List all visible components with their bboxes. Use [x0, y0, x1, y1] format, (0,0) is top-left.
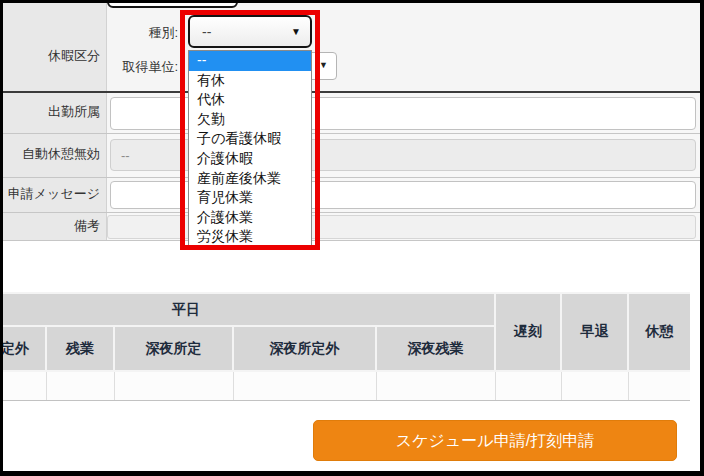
label-auto-break-disable: 自動休憩無効: [6, 146, 100, 162]
table-group-header-weekday: 平日: [3, 293, 495, 326]
table-row: [3, 371, 690, 401]
label-type: 種別:: [120, 25, 178, 41]
type-dropdown-list: -- 有休 代休 欠勤 子の看護休暇 介護休暇 産前産後休業 育児休業 介護休業…: [188, 50, 312, 248]
frame-edge: [0, 0, 3, 476]
dropdown-option[interactable]: 有休: [189, 71, 311, 91]
frame-edge: [0, 471, 704, 476]
label-unit: 取得単位:: [108, 59, 178, 75]
table-cell: [628, 371, 690, 401]
table-cell: [3, 371, 46, 401]
dropdown-arrow-icon: ▼: [319, 60, 328, 70]
row-divider-dark: [3, 91, 700, 93]
dropdown-option[interactable]: 代休: [189, 90, 311, 110]
table-cell: [46, 371, 114, 401]
dropdown-option[interactable]: 介護休暇: [189, 149, 311, 169]
row-divider: [3, 240, 700, 241]
table-header-night-overtime: 深夜残業: [376, 326, 495, 371]
table-header-night-scheduled: 深夜所定: [114, 326, 233, 371]
label-request-message: 申請メッセージ: [6, 186, 100, 202]
type-select-value: --: [202, 24, 211, 40]
row-divider: [3, 177, 700, 178]
row-divider: [3, 212, 700, 213]
table-header-overtime: 残業: [46, 326, 114, 371]
frame-edge: [0, 0, 704, 3]
label-attendance-group: 出勤所属: [6, 104, 100, 120]
table-header-night-nonscheduled: 深夜所定外: [233, 326, 376, 371]
table-cell: [114, 371, 233, 401]
schedule-apply-button[interactable]: スケジュール申請/打刻申請: [313, 420, 677, 461]
summary-table: 平日 遅刻 早退 休憩 定外 残業 深夜所定 深夜所定外 深夜残業: [3, 292, 690, 401]
table-header-early-leave: 早退: [561, 293, 628, 371]
table-cell: [376, 371, 495, 401]
table-cell: [495, 371, 561, 401]
dropdown-option[interactable]: 育児休業: [189, 188, 311, 208]
row-divider: [3, 133, 700, 134]
type-select[interactable]: -- ▼: [188, 15, 312, 48]
table-cell: [561, 371, 628, 401]
label-vacation-category: 休暇区分: [6, 48, 100, 64]
screenshot-frame: 休暇区分 出勤所属 自動休憩無効 申請メッセージ 備考 種別: 取得単位: ▼ …: [0, 0, 704, 476]
table-header-late: 遅刻: [495, 293, 561, 371]
frame-edge: [700, 0, 704, 476]
form-label-column: [3, 3, 107, 241]
dropdown-option[interactable]: 労災休業: [189, 227, 311, 247]
table-header-break: 休憩: [628, 293, 690, 371]
summary-table-clip: 平日 遅刻 早退 休憩 定外 残業 深夜所定 深夜所定外 深夜残業: [3, 292, 690, 402]
dropdown-arrow-icon: ▼: [291, 26, 301, 37]
dropdown-option[interactable]: 欠勤: [189, 110, 311, 130]
dropdown-option[interactable]: --: [189, 51, 311, 71]
table-header-nonscheduled: 定外: [3, 326, 46, 371]
dropdown-option[interactable]: 介護休業: [189, 208, 311, 228]
table-cell: [233, 371, 376, 401]
label-remarks: 備考: [6, 218, 100, 234]
dropdown-option[interactable]: 子の看護休暇: [189, 129, 311, 149]
dropdown-option[interactable]: 産前産後休業: [189, 169, 311, 189]
